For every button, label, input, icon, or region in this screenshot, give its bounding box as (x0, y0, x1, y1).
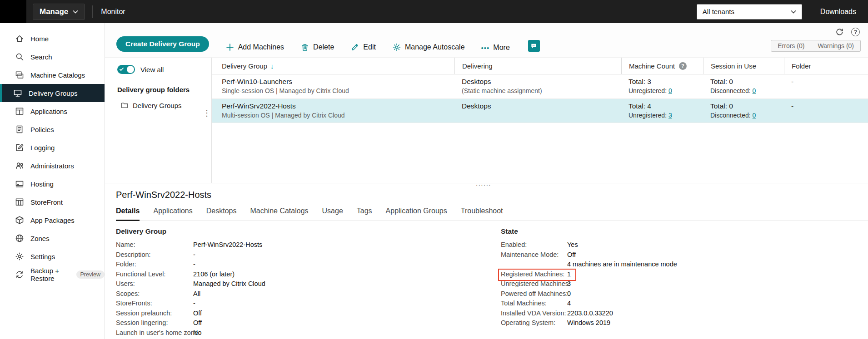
folder-value: - (791, 102, 868, 111)
disconnected-count-link[interactable]: 0 (753, 87, 756, 94)
folder-icon (120, 101, 129, 109)
column-header-session-in-use[interactable]: Session in Use (703, 58, 784, 74)
tab-machine-catalogs[interactable]: Machine Catalogs (250, 207, 308, 221)
column-header-delivering[interactable]: Delivering (454, 58, 621, 74)
table-row-selected[interactable]: Perf-WinSrv2022-Hosts Multi-session OS |… (212, 99, 868, 123)
sidebar-item-storefront[interactable]: StoreFront (0, 193, 105, 211)
tab-applications[interactable]: Applications (153, 207, 192, 221)
tab-application-groups[interactable]: Application Groups (386, 207, 447, 221)
machines-total: Total: 4 (629, 102, 703, 111)
sidebar-item-app-packages[interactable]: App Packages (0, 211, 105, 229)
manage-menu-button[interactable]: Manage (33, 4, 85, 20)
column-header-delivery-group[interactable]: Delivery Group ↓ (212, 58, 454, 74)
detail-row: Folder:- (116, 261, 501, 268)
detail-row: Enabled:Yes (501, 241, 677, 248)
delete-label: Delete (313, 43, 334, 51)
detail-row: Operating System:Windows 2019 (501, 319, 677, 326)
details-tabs: Details Applications Desktops Machine Ca… (116, 207, 868, 221)
downloads-link[interactable]: Downloads (820, 8, 856, 16)
sidebar-item-label: Hosting (30, 180, 54, 188)
detail-row: Powered off Machines:0 (501, 290, 677, 297)
machines-total: Total: 3 (629, 77, 703, 87)
panel-resize-handle[interactable]: ⋮ (203, 111, 211, 115)
applications-icon (15, 107, 24, 116)
delivery-groups-icon (13, 88, 22, 98)
column-header-machine-count[interactable]: Machine Count ? (621, 58, 703, 74)
tab-tags[interactable]: Tags (357, 207, 372, 221)
edit-button[interactable]: Edit (350, 43, 376, 52)
errors-badge[interactable]: Errors (0) (771, 40, 811, 52)
maintenance-note-row: 4 machines are in maintenance mode (501, 261, 677, 268)
status-badges: Errors (0) Warnings (0) (771, 40, 861, 52)
sessions-total: Total: 0 (710, 77, 784, 87)
details-body: Delivery Group Name:Perf-WinSrv2022-Host… (116, 227, 868, 339)
details-title: Perf-WinSrv2022-Hosts (116, 190, 868, 200)
delete-button[interactable]: Delete (300, 43, 334, 52)
tab-details[interactable]: Details (116, 207, 140, 221)
registered-machines-row-annotated: Registered Machines:1 (501, 271, 677, 278)
delivery-group-folders-panel: View all Delivery group folders Delivery… (105, 58, 212, 183)
more-label: More (493, 44, 509, 52)
tenant-dropdown[interactable]: All tenants (697, 4, 802, 20)
delivery-group-name: Perf-WinSrv2022-Hosts (222, 102, 454, 111)
sidebar-item-machine-catalogs[interactable]: Machine Catalogs (0, 66, 105, 84)
app-packages-icon (15, 216, 24, 225)
sidebar-item-administrators[interactable]: Administrators (0, 157, 105, 175)
create-delivery-group-button[interactable]: Create Delivery Group (116, 36, 209, 52)
unregistered-count-link[interactable]: 3 (668, 112, 672, 119)
feedback-button[interactable] (528, 40, 540, 52)
logging-icon (15, 143, 24, 152)
unregistered-label: Unregistered: (629, 87, 667, 94)
sidebar-item-zones[interactable]: Zones (0, 229, 105, 247)
column-help-icon[interactable]: ? (679, 62, 687, 70)
column-header-folder[interactable]: Folder (784, 58, 868, 74)
help-icon[interactable]: ? (851, 28, 860, 36)
detail-row: Users:Managed by Citrix Cloud (116, 280, 501, 287)
autoscale-icon (392, 43, 401, 52)
sidebar-item-label: Machine Catalogs (30, 71, 85, 79)
disconnected-label: Disconnected: (710, 87, 751, 94)
sidebar-item-delivery-groups[interactable]: Delivery Groups (0, 84, 105, 102)
tab-usage[interactable]: Usage (322, 207, 343, 221)
sidebar-item-home[interactable]: Home (0, 29, 105, 48)
delivery-group-subtitle: Multi-session OS | Managed by Citrix Clo… (222, 111, 454, 120)
manage-autoscale-button[interactable]: Manage Autoscale (392, 43, 465, 52)
folder-delivery-groups[interactable]: Delivery Groups (117, 101, 211, 109)
view-all-toggle[interactable] (117, 65, 135, 74)
disconnected-count-link[interactable]: 0 (753, 112, 756, 119)
detail-row: Installed VDA Version:2203.0.0.33220 (501, 310, 677, 317)
sidebar-item-backup-restore[interactable]: Backup + Restore Preview (0, 265, 105, 284)
refresh-icon[interactable] (835, 28, 844, 36)
detail-row: Launch in user's home zone:No (116, 329, 501, 336)
detail-row: Name:Perf-WinSrv2022-Hosts (116, 241, 501, 248)
detail-row: Description:- (116, 251, 501, 258)
sidebar-item-policies[interactable]: Policies (0, 120, 105, 138)
unregistered-count-link[interactable]: 0 (668, 87, 672, 94)
settings-icon (15, 252, 24, 261)
detail-row: Unregistered Machines:3 (501, 280, 677, 287)
panel-resize-handle-horizontal[interactable]: ...... (476, 179, 491, 187)
monitor-tab[interactable]: Monitor (101, 8, 125, 16)
sidebar-item-search[interactable]: Search (0, 48, 105, 66)
sidebar-item-settings[interactable]: Settings (0, 247, 105, 265)
add-machines-label: Add Machines (238, 43, 284, 51)
more-button[interactable]: ••• More (481, 44, 510, 52)
add-machines-button[interactable]: Add Machines (225, 43, 284, 52)
folder-label: Delivery Groups (133, 102, 182, 109)
sidebar-item-label: Policies (30, 126, 54, 133)
sidebar-item-applications[interactable]: Applications (0, 102, 105, 120)
sidebar-item-label: Administrators (30, 162, 74, 170)
table-row[interactable]: Perf-Win10-Launchers Single-session OS |… (212, 74, 868, 99)
sidebar-item-hosting[interactable]: Hosting (0, 175, 105, 193)
sidebar-item-logging[interactable]: Logging (0, 138, 105, 157)
left-navigation-sidebar: Home Search Machine Catalogs Delivery Gr… (0, 23, 105, 339)
chevron-down-icon (73, 10, 78, 14)
tab-troubleshoot[interactable]: Troubleshoot (461, 207, 503, 221)
main-content: Create Delivery Group Add Machines Delet… (105, 23, 868, 339)
warnings-badge[interactable]: Warnings (0) (811, 40, 861, 52)
administrators-icon (15, 161, 24, 170)
sidebar-item-label: Applications (30, 108, 67, 115)
detail-row: Maintenance Mode:Off (501, 251, 677, 258)
disconnected-label: Disconnected: (710, 112, 751, 119)
tab-desktops[interactable]: Desktops (206, 207, 237, 221)
